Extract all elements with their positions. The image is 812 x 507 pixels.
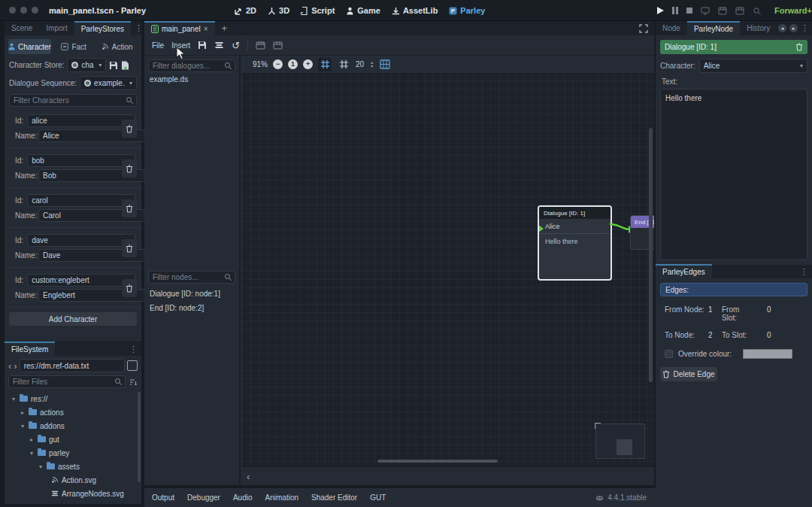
- play-custom-scene-button[interactable]: [735, 7, 744, 15]
- dialogue-graph-canvas[interactable]: 91% − 1 + 20 ▴▾ Dialogue [ID: 1] Alice: [242, 56, 654, 466]
- menu-2d[interactable]: 2D: [235, 6, 256, 15]
- filesystem-scrollbar[interactable]: [138, 392, 141, 482]
- remote-debug-button[interactable]: [701, 7, 710, 15]
- character-store-button[interactable]: Character: [8, 39, 51, 54]
- collapse-panel-icon[interactable]: ‹: [247, 471, 250, 482]
- bottom-tab-output[interactable]: Output: [152, 493, 174, 502]
- node-list-item[interactable]: Dialogue [ID: node:1]: [144, 287, 239, 301]
- collapse-icon[interactable]: ▾: [11, 396, 17, 402]
- tab-parleynode[interactable]: ParleyNode: [687, 21, 740, 35]
- character-id-field[interactable]: [27, 154, 135, 167]
- tree-item-addons[interactable]: ▾addons: [5, 419, 141, 433]
- dialogue-sequence-dropdown[interactable]: example. ▾: [80, 76, 137, 90]
- close-tab-icon[interactable]: ×: [204, 25, 208, 33]
- spin-down-icon[interactable]: ▾: [371, 65, 373, 68]
- sort-files-button[interactable]: [129, 378, 138, 387]
- tree-item-actions[interactable]: ▸actions: [5, 405, 141, 419]
- filter-dialogues-input[interactable]: [148, 59, 235, 72]
- minimap-toggle-button[interactable]: [378, 58, 392, 71]
- expand-icon[interactable]: ▸: [29, 436, 35, 443]
- character-select-dropdown[interactable]: Alice ▾: [699, 59, 807, 73]
- tree-item-gut[interactable]: ▸gut: [5, 433, 141, 446]
- distraction-free-button[interactable]: [639, 24, 654, 33]
- character-id-field[interactable]: [27, 114, 135, 127]
- test-dialogue-button[interactable]: [256, 41, 265, 50]
- back-icon[interactable]: ◂: [778, 24, 786, 32]
- expand-icon[interactable]: ▸: [20, 409, 26, 416]
- tab-parleystores[interactable]: ParleyStores: [74, 21, 131, 35]
- graph-minimap[interactable]: [595, 424, 645, 459]
- delete-character-button[interactable]: [122, 239, 137, 257]
- minimize-window-button[interactable]: [20, 7, 27, 14]
- menu-game[interactable]: Game: [346, 6, 380, 15]
- new-tab-button[interactable]: +: [215, 21, 235, 35]
- delete-character-button[interactable]: [122, 199, 137, 217]
- dock-options-icon[interactable]: ⋮: [801, 23, 809, 33]
- grid-toggle-button[interactable]: [337, 58, 350, 71]
- override-colour-checkbox[interactable]: [665, 350, 673, 358]
- graph-horizontal-scrollbar[interactable]: [377, 460, 498, 463]
- test-dialogue-from-start-button[interactable]: [273, 41, 283, 50]
- file-menu[interactable]: File: [152, 41, 164, 50]
- tree-item-arrangenodes-svg[interactable]: ArrangeNodes.svg: [5, 487, 141, 500]
- delete-character-button[interactable]: [122, 159, 137, 178]
- pause-button[interactable]: [672, 7, 678, 14]
- dock-options-icon[interactable]: ⋮: [126, 345, 141, 354]
- close-window-button[interactable]: [9, 7, 16, 14]
- snap-toggle-button[interactable]: [318, 58, 332, 71]
- new-store-button[interactable]: [121, 61, 129, 70]
- zoom-reset-button[interactable]: 1: [288, 59, 298, 69]
- filter-files-input[interactable]: [8, 375, 126, 388]
- dock-options-icon[interactable]: ⋮: [796, 267, 812, 277]
- delete-node-button[interactable]: [795, 43, 803, 51]
- movie-maker-button[interactable]: [753, 7, 762, 15]
- collapse-icon[interactable]: ▾: [38, 463, 44, 470]
- bottom-tab-audio[interactable]: Audio: [233, 493, 253, 502]
- tab-history[interactable]: History: [740, 21, 777, 35]
- save-store-button[interactable]: [109, 61, 118, 70]
- edges-section-header[interactable]: Edges:: [660, 283, 807, 296]
- grid-size-spinner[interactable]: ▴▾: [371, 61, 373, 68]
- graph-vertical-scrollbar[interactable]: [649, 128, 653, 382]
- menu-3d[interactable]: 3D: [268, 6, 289, 15]
- delete-character-button[interactable]: [122, 120, 137, 138]
- dialogue-graph-node[interactable]: Dialogue [ID: 1] Alice Hello there: [538, 205, 612, 281]
- collapse-icon[interactable]: ▾: [29, 450, 35, 457]
- colour-swatch[interactable]: [743, 349, 792, 359]
- delete-edge-button[interactable]: Delete Edge: [660, 367, 717, 381]
- history-back-icon[interactable]: ‹: [8, 361, 11, 371]
- bottom-tab-gut[interactable]: GUT: [370, 493, 386, 502]
- character-id-field[interactable]: [27, 234, 135, 247]
- arrange-nodes-button[interactable]: [214, 41, 224, 50]
- dialogue-list-item[interactable]: example.ds: [144, 72, 239, 87]
- play-scene-button[interactable]: [718, 7, 727, 15]
- bottom-tab-shader-editor[interactable]: Shader Editor: [311, 493, 357, 502]
- delete-character-button[interactable]: [122, 279, 137, 297]
- tab-parleyedges[interactable]: ParleyEdges: [656, 264, 712, 278]
- stop-button[interactable]: [686, 8, 692, 14]
- menu-assetlib[interactable]: AssetLib: [392, 6, 438, 15]
- add-character-button[interactable]: Add Character: [9, 312, 137, 326]
- collapse-icon[interactable]: ▾: [20, 423, 26, 430]
- node-list-item[interactable]: End [ID: node:2]: [144, 301, 239, 315]
- minimap-camera[interactable]: [617, 439, 632, 455]
- zoom-in-button[interactable]: +: [303, 59, 313, 69]
- dialogue-node-title[interactable]: Dialogue [ID: 1]: [539, 207, 611, 219]
- tree-item-parley[interactable]: ▾parley: [5, 446, 141, 460]
- menu-parley[interactable]: P Parley: [449, 6, 485, 15]
- character-store-dropdown[interactable]: cha ▾: [67, 58, 106, 72]
- refresh-button[interactable]: ↺: [232, 40, 240, 51]
- save-button[interactable]: [198, 41, 207, 50]
- filter-nodes-input[interactable]: [148, 271, 235, 284]
- input-port-icon[interactable]: [538, 225, 544, 232]
- play-button[interactable]: [657, 7, 664, 14]
- menu-script[interactable]: Script: [301, 6, 335, 15]
- tab-main-panel[interactable]: main_panel ×: [144, 21, 215, 35]
- tree-item-action-svg[interactable]: Action.svg: [5, 473, 141, 487]
- forward-icon[interactable]: ▸: [789, 24, 798, 32]
- bottom-tab-debugger[interactable]: Debugger: [187, 493, 220, 502]
- character-id-field[interactable]: [27, 274, 135, 287]
- fact-store-button[interactable]: Fact: [53, 39, 95, 54]
- action-store-button[interactable]: Action: [96, 39, 138, 54]
- grid-size-value[interactable]: 20: [356, 60, 364, 68]
